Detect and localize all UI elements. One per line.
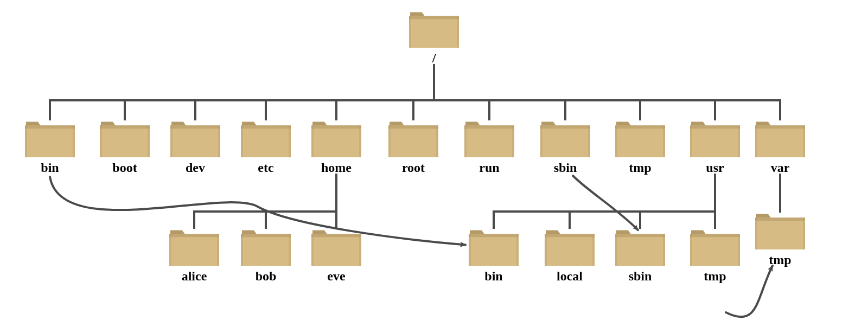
svg-rect-67: [690, 125, 692, 157]
svg-rect-71: [755, 125, 757, 157]
folder-label-usr: usr: [688, 161, 742, 175]
svg-rect-100: [738, 234, 740, 266]
svg-rect-95: [615, 234, 617, 266]
folder-icon: [311, 228, 361, 266]
folder-boot: boot: [98, 119, 152, 175]
svg-rect-101: [755, 217, 805, 249]
svg-rect-90: [545, 234, 595, 237]
svg-rect-99: [690, 234, 692, 266]
folder-label-dev: dev: [168, 161, 222, 175]
svg-rect-44: [289, 125, 291, 157]
folder-usr_local: local: [542, 228, 597, 283]
folder-label-etc: etc: [239, 161, 293, 175]
folder-icon: [755, 119, 805, 157]
svg-rect-54: [464, 125, 514, 129]
svg-rect-41: [241, 125, 291, 157]
svg-rect-47: [311, 125, 314, 157]
svg-rect-98: [690, 234, 740, 237]
folder-home: home: [309, 119, 363, 175]
svg-rect-103: [755, 217, 757, 249]
folder-label-sbin: sbin: [538, 161, 592, 175]
svg-rect-93: [615, 234, 665, 266]
folder-run: run: [462, 119, 516, 175]
svg-rect-73: [169, 234, 219, 266]
svg-rect-75: [169, 234, 171, 266]
svg-rect-77: [241, 234, 291, 266]
svg-rect-28: [457, 16, 459, 48]
folder-icon: [615, 228, 665, 266]
folder-label-ROOT: /: [407, 51, 461, 65]
svg-rect-76: [217, 234, 219, 266]
folder-icon: [755, 212, 805, 249]
folder-icon: [388, 119, 438, 157]
folder-alice: alice: [167, 228, 221, 283]
folder-icon: [690, 119, 740, 157]
svg-rect-30: [25, 125, 75, 129]
svg-rect-42: [241, 125, 291, 129]
svg-rect-39: [170, 125, 173, 157]
folder-icon: [409, 10, 459, 48]
svg-rect-34: [100, 125, 150, 129]
svg-rect-70: [755, 125, 805, 129]
svg-rect-40: [218, 125, 220, 157]
folder-label-root: root: [386, 161, 441, 175]
svg-rect-57: [540, 125, 590, 157]
folder-icon: [170, 119, 220, 157]
folder-tmp: tmp: [613, 119, 667, 175]
svg-rect-72: [803, 125, 805, 157]
folder-label-eve: eve: [309, 269, 363, 283]
folder-icon: [469, 228, 519, 266]
svg-rect-104: [803, 217, 805, 249]
folder-usr_tmp: tmp: [688, 228, 742, 283]
folder-label-usr_local: local: [542, 269, 597, 283]
svg-rect-25: [409, 16, 459, 48]
folder-icon: [311, 119, 361, 157]
folder-label-home: home: [309, 161, 363, 175]
folder-label-bob: bob: [239, 269, 293, 283]
svg-rect-36: [148, 125, 150, 157]
svg-rect-78: [241, 234, 291, 237]
folder-etc: etc: [239, 119, 293, 175]
folder-label-usr_bin: bin: [467, 269, 521, 283]
svg-rect-29: [25, 125, 75, 157]
svg-rect-81: [311, 234, 361, 266]
svg-rect-46: [311, 125, 361, 129]
svg-rect-102: [755, 217, 805, 221]
folder-label-usr_sbin: sbin: [613, 269, 667, 283]
svg-rect-59: [540, 125, 542, 157]
folder-sbin: sbin: [538, 119, 592, 175]
svg-rect-74: [169, 234, 219, 237]
svg-rect-87: [469, 234, 471, 266]
folder-dev: dev: [168, 119, 222, 175]
svg-rect-86: [469, 234, 519, 237]
folder-bin: bin: [23, 119, 77, 175]
folder-icon: [241, 119, 291, 157]
svg-rect-85: [469, 234, 519, 266]
svg-rect-58: [540, 125, 590, 129]
folder-icon: [540, 119, 590, 157]
svg-rect-38: [170, 125, 220, 129]
svg-rect-37: [170, 125, 220, 157]
folder-label-alice: alice: [167, 269, 221, 283]
folder-var: var: [753, 119, 807, 175]
svg-rect-91: [545, 234, 547, 266]
folder-root: root: [386, 119, 441, 175]
svg-rect-92: [592, 234, 595, 266]
svg-rect-26: [409, 16, 459, 19]
svg-rect-64: [663, 125, 665, 157]
filesystem-tree-diagram: / bin boot dev: [0, 0, 868, 333]
svg-rect-61: [615, 125, 665, 157]
svg-rect-69: [755, 125, 805, 157]
folder-var_tmp: tmp: [753, 212, 807, 267]
folder-label-boot: boot: [98, 161, 152, 175]
folder-icon: [615, 119, 665, 157]
folder-icon: [100, 119, 150, 157]
svg-rect-60: [588, 125, 590, 157]
svg-rect-79: [241, 234, 243, 266]
svg-rect-68: [738, 125, 740, 157]
folder-usr: usr: [688, 119, 742, 175]
svg-rect-84: [359, 234, 361, 266]
svg-rect-89: [545, 234, 595, 266]
svg-rect-45: [311, 125, 361, 157]
folder-bob: bob: [239, 228, 293, 283]
